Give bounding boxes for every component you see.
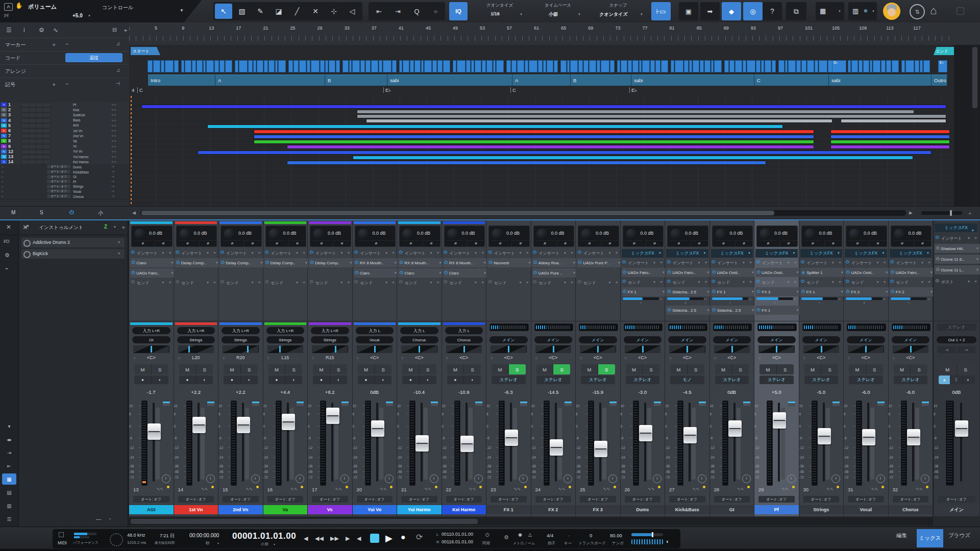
insert-header[interactable]: ⏻インサート▼＋	[264, 249, 307, 257]
chord-block[interactable]	[761, 60, 764, 72]
mute-button[interactable]: M	[313, 364, 330, 374]
insert-add-icon[interactable]: ＋	[659, 259, 664, 266]
event-clip[interactable]	[841, 119, 946, 122]
meter-mode-icon[interactable]: ‖	[296, 474, 304, 483]
mixfx-caret[interactable]: ▼	[703, 252, 706, 255]
chord-block[interactable]	[148, 60, 153, 72]
insert-add-icon[interactable]: ＋	[838, 259, 842, 266]
send-slot[interactable]: ⏻FX 1▼	[800, 287, 846, 296]
mixer-wide-icon[interactable]: ▥	[2, 500, 16, 511]
phase-left-button[interactable]: ø	[179, 240, 197, 246]
mute-button[interactable]: M	[626, 364, 643, 374]
gain-knob[interactable]	[492, 229, 503, 240]
automation-mode-button[interactable]: オート: オフ	[47, 170, 70, 173]
volume-fader[interactable]	[505, 430, 518, 446]
insert-add-icon[interactable]: ＋	[883, 259, 887, 266]
send-header[interactable]: ⏻センド▼＋	[577, 279, 619, 287]
solo-button[interactable]: S	[196, 364, 213, 374]
record-arm-button[interactable]: ●	[402, 375, 420, 384]
insert-add-icon[interactable]: ＋	[570, 249, 574, 256]
insert-caret[interactable]: ▼	[921, 261, 924, 264]
insert-header[interactable]: ⏻インサート▼＋	[666, 259, 708, 267]
send-header[interactable]: ⏻センド▼＋	[443, 279, 485, 287]
mute-button[interactable]: M	[179, 364, 197, 374]
chord-block[interactable]	[772, 60, 776, 72]
mute-tool-button[interactable]: ✕	[307, 4, 324, 19]
mixfx-header[interactable]: ミックスFX▼	[800, 249, 843, 258]
chord-block[interactable]	[253, 60, 256, 72]
chord-block[interactable]	[329, 60, 335, 72]
power-icon[interactable]: ⏻	[846, 260, 849, 265]
pan-indicator[interactable]	[419, 346, 420, 353]
plugin-name[interactable]: Delay Comp..	[181, 261, 206, 265]
plugin-name[interactable]: Delay Comp..	[271, 261, 295, 265]
h-scroll-left-icon[interactable]: ◀	[132, 210, 136, 215]
track-cell[interactable]	[43, 144, 51, 149]
document-icon[interactable]: ▢	[955, 4, 965, 16]
send-header[interactable]: ⏻センド▼＋	[398, 279, 440, 287]
plugin-power-icon[interactable]: ⏻	[177, 260, 180, 265]
event-clip[interactable]	[254, 135, 814, 138]
plugin-name[interactable]: UADx Fairc..	[136, 271, 159, 276]
track-cell[interactable]	[21, 103, 29, 107]
insert-caret[interactable]: ▼	[206, 252, 209, 255]
phase-right-button[interactable]: ø	[646, 240, 664, 246]
plugin-power-icon[interactable]: ⏻	[355, 270, 358, 276]
split-cursor-button[interactable]: ◆	[722, 2, 741, 20]
power-icon[interactable]: ⏻	[310, 250, 313, 255]
plugin-name[interactable]: UADx Oxid..	[851, 270, 873, 275]
zoom-slider[interactable]	[921, 211, 962, 215]
pan-caret[interactable]: ▽	[714, 356, 717, 360]
channel-name[interactable]: メイン	[934, 505, 979, 514]
insert-caret[interactable]: ▼	[876, 261, 879, 264]
return-button[interactable]: ◀	[357, 535, 361, 542]
plugin-name[interactable]: Abbey Roa..	[538, 261, 561, 265]
power-icon[interactable]: ⏻	[756, 279, 760, 284]
chord-block[interactable]	[655, 60, 660, 72]
volume-db-value[interactable]: 0dB	[353, 389, 397, 395]
mixer-h-scrollbar[interactable]	[129, 517, 933, 525]
pan-value[interactable]: <C>	[442, 355, 486, 360]
pan-indicator[interactable]	[508, 346, 509, 353]
chord-block[interactable]	[457, 60, 465, 72]
automation-mode-button[interactable]: オート: オフ	[47, 175, 70, 179]
insert-caret[interactable]: ▼	[251, 252, 254, 255]
plugin-power-icon[interactable]: ⏻	[310, 260, 313, 265]
automation-mode-button[interactable]: オート: オフ	[535, 496, 572, 503]
master-strip[interactable]: ミックスFX▼⏻インサート▼＋⏻Shadow Hill..▼⏻Ozone 11 …	[933, 220, 979, 516]
chord-block[interactable]	[466, 60, 471, 72]
pan-control[interactable]	[491, 345, 527, 353]
monitor-button[interactable]: ◐	[152, 375, 168, 384]
power-icon[interactable]: ⏻	[310, 280, 313, 285]
chord-block[interactable]	[174, 60, 179, 72]
pan-value[interactable]: <C>	[531, 355, 576, 360]
plugin-power-icon[interactable]: ⏻	[578, 260, 581, 265]
wrench-icon[interactable]: ⚙	[39, 27, 44, 34]
insert-add-icon[interactable]: ＋	[973, 235, 978, 241]
arranger-section[interactable]: B	[325, 74, 387, 86]
home-icon[interactable]: ⌂	[930, 4, 937, 17]
pan-value[interactable]: <C>	[710, 355, 754, 360]
send-slot[interactable]: ⏻Sidecha.. 2.5▼	[666, 306, 712, 315]
send-add-icon[interactable]: ＋	[436, 279, 440, 286]
power-icon[interactable]: ⏻	[667, 260, 670, 265]
send-add-icon[interactable]: ＋	[525, 279, 530, 286]
meter-mode-icon[interactable]: ‖	[698, 474, 706, 483]
chord-block[interactable]	[851, 60, 858, 72]
chord-block[interactable]	[704, 60, 710, 72]
automation-mode-button[interactable]: オート: オフ	[491, 496, 527, 503]
insert-add-icon[interactable]: ＋	[302, 249, 306, 256]
channel-options-icon[interactable]	[475, 402, 482, 406]
monitor-button[interactable]: ◐	[330, 375, 347, 384]
send-add-icon[interactable]: ＋	[302, 279, 306, 286]
automation-mode-button[interactable]: オート: オフ	[401, 496, 437, 503]
power-icon[interactable]: ⏻	[488, 250, 492, 255]
meter-mode-icon[interactable]: ‖	[385, 474, 394, 483]
event-clip[interactable]	[287, 161, 766, 164]
insert-slot[interactable]: ⏻UADx Pure P..▼	[577, 258, 622, 267]
solo-button[interactable]: S	[643, 364, 659, 374]
plugin-power-icon[interactable]: ⏻	[534, 260, 537, 265]
send-slot[interactable]: ⏻FX 1▼	[622, 287, 667, 296]
pan-control[interactable]	[312, 345, 348, 353]
chord-block[interactable]	[601, 60, 609, 72]
